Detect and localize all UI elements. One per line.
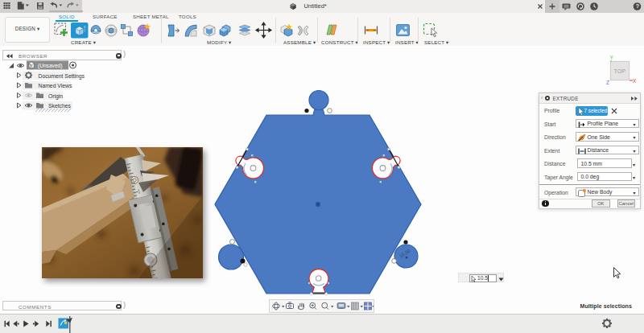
svg-text:Named Views: Named Views xyxy=(39,83,72,88)
svg-text:Z: Z xyxy=(606,80,609,85)
svg-text:Origin: Origin xyxy=(48,93,63,100)
svg-text:Y: Y xyxy=(610,55,614,60)
svg-text:Document Settings: Document Settings xyxy=(39,73,85,80)
svg-text:Sketches: Sketches xyxy=(48,103,72,109)
svg-text:(Unsaved): (Unsaved) xyxy=(38,63,62,69)
svg-text:X: X xyxy=(633,78,637,84)
